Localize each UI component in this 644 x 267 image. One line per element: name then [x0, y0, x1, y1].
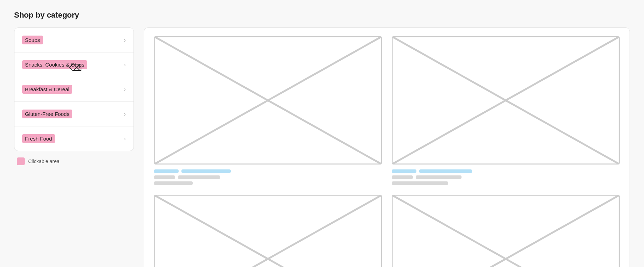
svg-rect-9 [392, 195, 619, 267]
skel-gray-2c [392, 181, 448, 185]
category-list: Soups › Snacks, Cookies & Chips › ⌫ Brea… [14, 27, 134, 151]
category-label-breakfast: Breakfast & Cereal [22, 85, 72, 94]
page-title: Shop by category [14, 11, 630, 20]
skel-gray-2b [416, 175, 462, 179]
chevron-right-icon-gluten: › [124, 111, 126, 117]
category-item-snacks[interactable]: Snacks, Cookies & Chips › ⌫ [14, 52, 134, 77]
chevron-right-icon-breakfast: › [124, 86, 126, 93]
product-card-2 [392, 36, 620, 185]
legend-text: Clickable area [28, 159, 60, 164]
chevron-right-icon-snacks: › [124, 62, 126, 68]
category-label-fresh: Fresh Food [22, 134, 55, 143]
skel-gray-1b [178, 175, 220, 179]
category-item-fresh[interactable]: Fresh Food › [14, 126, 134, 151]
chevron-right-icon-soups: › [124, 37, 126, 43]
product-image-4 [392, 195, 620, 267]
product-card-1 [154, 36, 382, 185]
skel-gray-2a [392, 175, 413, 179]
skel-blue-long-2 [419, 169, 472, 173]
category-item-gluten[interactable]: Gluten-Free Foods › [14, 102, 134, 126]
category-panel: Soups › Snacks, Cookies & Chips › ⌫ Brea… [14, 27, 134, 165]
category-label-soups: Soups [22, 36, 43, 44]
product-image-2 [392, 36, 620, 164]
product-card-2-skeletons [392, 169, 620, 185]
product-card-1-skeletons [154, 169, 382, 185]
product-card-3 [154, 195, 382, 267]
svg-rect-6 [154, 195, 382, 267]
product-image-1 [154, 36, 382, 164]
legend-swatch [17, 157, 25, 165]
legend: Clickable area [14, 157, 134, 165]
main-layout: Soups › Snacks, Cookies & Chips › ⌫ Brea… [14, 27, 630, 267]
product-card-2-row-2 [392, 175, 620, 179]
skel-blue-short-2 [392, 169, 416, 173]
product-card-1-row-1 [154, 169, 382, 173]
skel-gray-1c [154, 181, 193, 185]
skel-blue-short-1 [154, 169, 179, 173]
product-grid [154, 36, 620, 267]
category-label-snacks: Snacks, Cookies & Chips [22, 60, 87, 69]
chevron-right-icon-fresh: › [124, 136, 126, 142]
product-card-2-row-3 [392, 181, 620, 185]
product-card-1-row-3 [154, 181, 382, 185]
product-card-4 [392, 195, 620, 267]
category-label-gluten: Gluten-Free Foods [22, 110, 72, 118]
product-panel [144, 27, 630, 267]
skel-blue-long-1 [181, 169, 231, 173]
product-image-3 [154, 195, 382, 267]
category-item-breakfast[interactable]: Breakfast & Cereal › [14, 77, 134, 102]
skel-gray-1a [154, 175, 175, 179]
product-card-2-row-1 [392, 169, 620, 173]
product-card-1-row-2 [154, 175, 382, 179]
category-item-soups[interactable]: Soups › [14, 28, 134, 52]
